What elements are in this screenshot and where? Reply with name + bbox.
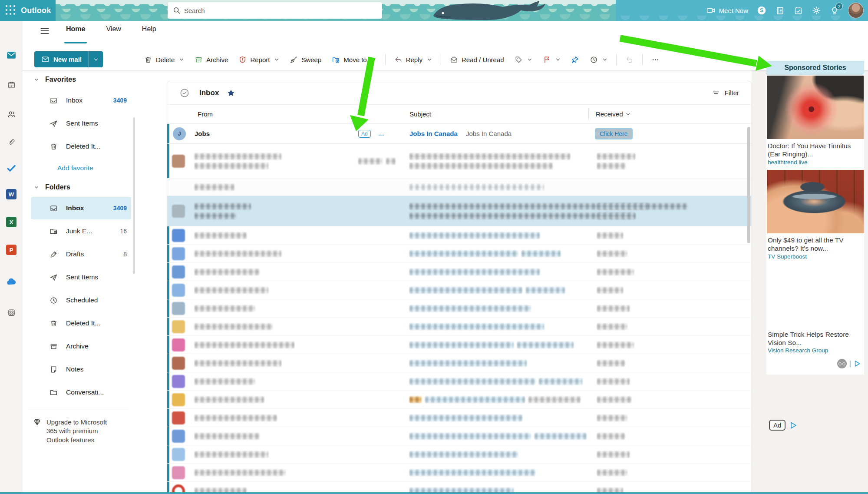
settings-button[interactable] — [812, 6, 821, 15]
tab-help[interactable]: Help — [141, 22, 157, 36]
search-placeholder: Search — [184, 7, 205, 14]
onedrive-tab[interactable] — [6, 276, 17, 288]
pin-button[interactable] — [567, 53, 583, 67]
email-row[interactable] — [167, 226, 751, 245]
hamburger-menu-button[interactable] — [39, 25, 50, 36]
powerpoint-tab[interactable]: P — [6, 244, 17, 255]
favorites-section-header[interactable]: Favorites — [23, 70, 134, 89]
ad-source-link[interactable]: TV Superboost — [767, 253, 864, 260]
email-row[interactable] — [167, 445, 751, 464]
add-favorite-link[interactable]: Add favorite — [23, 158, 134, 178]
delete-button[interactable]: Delete — [140, 53, 188, 67]
email-row[interactable] — [167, 281, 751, 299]
email-row[interactable] — [167, 196, 751, 226]
meet-now-button[interactable]: Meet Now — [706, 6, 748, 15]
adchoices-icon[interactable] — [854, 360, 861, 368]
column-from[interactable]: From — [198, 110, 213, 118]
folder-item-deleted-it-[interactable]: Deleted It... — [31, 135, 131, 158]
attachments-tab[interactable] — [6, 136, 17, 148]
folder-item-inbox[interactable]: Inbox 3409 — [31, 197, 131, 219]
read-unread-button[interactable]: Read / Unread — [446, 53, 508, 67]
email-row[interactable] — [167, 409, 751, 427]
outbrain-icon[interactable] — [837, 359, 847, 368]
search-input[interactable]: Search — [168, 2, 382, 19]
people-tab[interactable] — [6, 109, 17, 120]
report-button[interactable]: Report — [234, 53, 283, 67]
ad-click-here-button[interactable]: Click Here — [595, 128, 633, 139]
more-apps-button[interactable] — [6, 307, 17, 318]
ad-email-row[interactable]: J Jobs Ad ... Jobs In Canada Jobs In Can… — [167, 124, 751, 144]
sponsored-ad[interactable]: Only $49 to get all the TV channels? It'… — [766, 169, 864, 263]
snooze-button[interactable] — [586, 53, 611, 67]
email-row[interactable] — [167, 299, 751, 318]
folder-item-sent-items[interactable]: Sent Items — [31, 112, 131, 135]
filter-button[interactable]: Filter — [712, 89, 739, 97]
select-all-circle-icon[interactable] — [179, 88, 190, 98]
folder-item-drafts[interactable]: Drafts 8 — [31, 243, 131, 265]
email-row[interactable] — [167, 427, 751, 445]
sender-avatar — [172, 155, 185, 168]
email-row[interactable] — [167, 263, 751, 281]
onenote-button[interactable] — [775, 6, 785, 15]
reply-button[interactable]: Reply — [390, 53, 436, 67]
email-row[interactable] — [167, 354, 751, 372]
folder-pane-scrollbar[interactable] — [133, 117, 135, 274]
new-mail-button[interactable]: New mail — [34, 51, 89, 67]
adchoices-icon[interactable] — [789, 421, 798, 430]
folder-item-sent-items[interactable]: Sent Items — [31, 266, 131, 288]
word-tab[interactable]: W — [6, 189, 17, 200]
folder-item-scheduled[interactable]: Scheduled — [31, 289, 131, 312]
flag-button[interactable] — [539, 53, 564, 67]
upgrade-link[interactable]: Upgrade to Microsoft 365 with premium Ou… — [23, 410, 134, 444]
email-row[interactable] — [167, 464, 751, 482]
ad-source-link[interactable]: Vision Research Group — [767, 347, 864, 354]
folder-item-archive[interactable]: Archive — [31, 335, 131, 358]
folder-item-deleted-it-[interactable]: Deleted It... — [31, 312, 131, 335]
sender-avatar — [172, 393, 185, 406]
favorite-star-icon[interactable] — [227, 89, 235, 97]
column-subject[interactable]: Subject — [409, 110, 431, 118]
undo-button[interactable] — [621, 53, 637, 67]
sweep-button[interactable]: Sweep — [286, 53, 325, 67]
email-row[interactable] — [167, 179, 751, 196]
mail-tab[interactable] — [6, 50, 17, 61]
folders-section-header[interactable]: Folders — [23, 178, 134, 196]
ad-badge: Ad — [769, 420, 785, 431]
new-mail-dropdown[interactable] — [89, 51, 103, 67]
ad-more-options[interactable]: ... — [378, 130, 384, 137]
column-received[interactable]: Received — [596, 110, 631, 118]
new-mail-split-button[interactable]: New mail — [34, 51, 103, 67]
todo-tab[interactable] — [6, 162, 17, 174]
email-row[interactable] — [167, 482, 751, 492]
calendar-tab[interactable] — [6, 79, 17, 90]
tv-dongle-image — [767, 170, 864, 233]
tips-button[interactable]: 2 — [830, 6, 839, 15]
app-launcher-button[interactable] — [3, 3, 18, 18]
email-row[interactable] — [167, 144, 751, 179]
skype-button[interactable]: S — [757, 6, 766, 15]
archive-button[interactable]: Archive — [191, 53, 232, 67]
sponsored-ad[interactable]: Simple Trick Helps Restore Vision So... … — [766, 263, 864, 358]
ad-source-link[interactable]: healthtrend.live — [767, 159, 864, 166]
user-avatar[interactable] — [848, 3, 864, 18]
ad-subject-link[interactable]: Jobs In Canada — [409, 130, 458, 137]
tab-view[interactable]: View — [105, 22, 122, 36]
email-row[interactable] — [167, 372, 751, 391]
tasks-button[interactable] — [793, 6, 803, 15]
excel-tab[interactable]: X — [6, 216, 17, 228]
more-options-button[interactable] — [647, 53, 663, 67]
sender-avatar — [172, 338, 185, 351]
email-row[interactable] — [167, 391, 751, 409]
folder-item-junk-e-[interactable]: Junk E... 16 — [31, 220, 131, 242]
email-row[interactable] — [167, 336, 751, 354]
move-to-button[interactable]: Move to — [328, 53, 380, 67]
email-row[interactable] — [167, 245, 751, 263]
folder-item-inbox[interactable]: Inbox 3409 — [31, 89, 131, 112]
sponsored-ad[interactable]: Doctor: If You Have Tinnitus (Ear Ringin… — [766, 75, 864, 169]
list-scrollbar[interactable] — [747, 127, 750, 243]
folder-item-conversati-[interactable]: Conversati... — [31, 381, 131, 404]
email-row[interactable] — [167, 318, 751, 336]
categorize-button[interactable] — [511, 53, 536, 67]
tab-home[interactable]: Home — [65, 22, 86, 36]
folder-item-notes[interactable]: Notes — [31, 358, 131, 381]
